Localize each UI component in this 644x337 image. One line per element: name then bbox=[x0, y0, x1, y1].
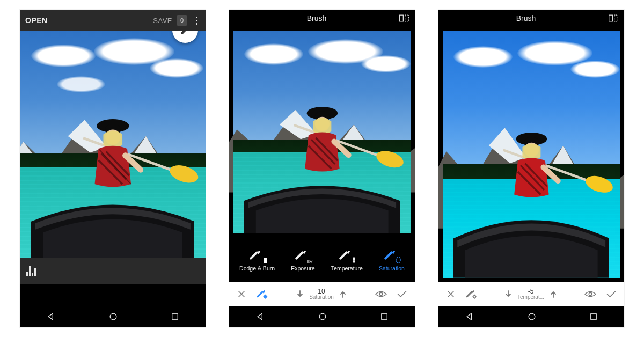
mask-preview-button[interactable] bbox=[584, 290, 596, 298]
svg-rect-16 bbox=[353, 257, 355, 261]
tool-label: Temperature bbox=[331, 265, 363, 272]
close-icon bbox=[446, 289, 456, 299]
brush-settings-icon bbox=[465, 289, 477, 299]
nav-home-button[interactable] bbox=[317, 311, 328, 322]
nav-recent-button[interactable] bbox=[589, 312, 598, 321]
pencil-icon bbox=[180, 31, 191, 35]
tool-label: Saturation bbox=[379, 265, 405, 272]
nav-back-button[interactable] bbox=[255, 311, 266, 322]
photo-canvas[interactable] bbox=[229, 27, 415, 237]
tool-exposure[interactable]: EV Exposure bbox=[291, 250, 314, 272]
brush-exposure-icon: EV bbox=[295, 250, 311, 262]
open-button[interactable]: OPEN bbox=[25, 16, 48, 25]
svg-rect-7 bbox=[400, 15, 404, 21]
brush-saturation-icon bbox=[384, 250, 400, 262]
nav-home-button[interactable] bbox=[526, 311, 537, 322]
phone-brush-tools: Brush Dodge & Burn bbox=[229, 10, 415, 327]
increase-button[interactable] bbox=[339, 290, 347, 298]
more-icon bbox=[193, 17, 200, 25]
compare-icon bbox=[399, 13, 409, 23]
arrow-up-icon bbox=[339, 290, 347, 298]
tool-saturation[interactable]: Saturation bbox=[379, 250, 405, 272]
arrow-up-icon bbox=[550, 290, 557, 298]
compare-button[interactable] bbox=[399, 13, 409, 23]
tool-dodge-burn[interactable]: Dodge & Burn bbox=[239, 250, 275, 272]
close-button[interactable] bbox=[237, 289, 246, 299]
circle-home-icon bbox=[317, 311, 328, 322]
android-nav bbox=[438, 306, 624, 327]
svg-point-26 bbox=[583, 173, 614, 196]
svg-rect-22 bbox=[382, 314, 387, 320]
topbar-brush: Brush bbox=[438, 10, 624, 27]
bottom-bar bbox=[20, 258, 206, 284]
close-button[interactable] bbox=[446, 289, 456, 299]
nav-recent-button[interactable] bbox=[170, 312, 180, 321]
svg-point-10 bbox=[374, 148, 405, 171]
mask-preview-button[interactable] bbox=[375, 290, 387, 298]
triangle-back-icon bbox=[46, 311, 56, 322]
compare-button[interactable] bbox=[608, 13, 619, 23]
value-label: Temperat... bbox=[517, 295, 544, 300]
square-recent-icon bbox=[170, 312, 180, 321]
phone-brush-result: Brush bbox=[438, 10, 624, 327]
nav-back-button[interactable] bbox=[464, 311, 475, 322]
eye-icon bbox=[375, 290, 387, 298]
apply-button[interactable] bbox=[397, 290, 407, 298]
svg-point-1 bbox=[167, 162, 200, 186]
brush-temperature-icon bbox=[339, 250, 355, 262]
edit-count-badge: 0 bbox=[177, 15, 187, 26]
check-icon bbox=[397, 290, 407, 298]
decrease-button[interactable] bbox=[504, 290, 512, 298]
eye-icon bbox=[584, 290, 596, 298]
nav-home-button[interactable] bbox=[108, 311, 119, 322]
histogram-button[interactable] bbox=[26, 266, 36, 276]
increase-button[interactable] bbox=[550, 290, 557, 298]
screen-title: Brush bbox=[444, 14, 608, 23]
decrease-button[interactable] bbox=[296, 290, 304, 298]
value-toolbar: 10 Saturation bbox=[229, 282, 415, 306]
tool-label: Dodge & Burn bbox=[239, 265, 275, 272]
apply-button[interactable] bbox=[606, 290, 617, 298]
value-display[interactable]: -5 Temperat... bbox=[517, 288, 544, 300]
photo bbox=[20, 31, 206, 258]
save-button[interactable]: SAVE bbox=[153, 17, 172, 25]
svg-point-30 bbox=[473, 295, 476, 298]
value-toolbar: -5 Temperat... bbox=[438, 282, 624, 306]
svg-rect-8 bbox=[405, 15, 409, 21]
square-recent-icon bbox=[379, 312, 389, 321]
arrow-down-icon bbox=[504, 290, 512, 298]
check-icon bbox=[606, 290, 617, 298]
sub-icon bbox=[261, 258, 267, 264]
topbar-main: OPEN SAVE 0 bbox=[20, 10, 206, 31]
value-display[interactable]: 10 Saturation bbox=[309, 288, 334, 300]
circle-home-icon bbox=[108, 311, 119, 322]
tool-temperature[interactable]: Temperature bbox=[331, 250, 363, 272]
svg-point-19 bbox=[264, 295, 267, 298]
photo bbox=[233, 31, 411, 233]
brush-settings-button[interactable] bbox=[465, 289, 477, 299]
value-label: Saturation bbox=[309, 295, 334, 300]
brush-settings-button[interactable] bbox=[256, 289, 268, 299]
phone-main: OPEN SAVE 0 bbox=[20, 10, 206, 327]
brush-tool-row: Dodge & Burn EV Exposure Temperature Sat… bbox=[229, 237, 415, 282]
svg-rect-15 bbox=[261, 258, 264, 263]
svg-rect-6 bbox=[172, 314, 178, 320]
nav-back-button[interactable] bbox=[46, 311, 56, 322]
thermo-icon bbox=[351, 257, 357, 264]
photo-canvas[interactable] bbox=[20, 31, 206, 258]
arrow-down-icon bbox=[296, 290, 304, 298]
topbar-brush: Brush bbox=[229, 10, 415, 27]
svg-point-18 bbox=[396, 257, 401, 262]
square-recent-icon bbox=[589, 312, 598, 321]
more-menu-button[interactable] bbox=[193, 17, 200, 25]
svg-point-5 bbox=[110, 313, 116, 320]
nav-recent-button[interactable] bbox=[379, 312, 389, 321]
android-nav bbox=[229, 306, 415, 327]
photo-canvas[interactable] bbox=[438, 27, 624, 282]
triangle-back-icon bbox=[464, 311, 475, 322]
svg-rect-23 bbox=[609, 15, 613, 21]
triangle-back-icon bbox=[255, 311, 266, 322]
colorwheel-icon bbox=[395, 257, 402, 264]
compare-icon bbox=[608, 13, 619, 23]
tool-label: Exposure bbox=[291, 265, 314, 272]
